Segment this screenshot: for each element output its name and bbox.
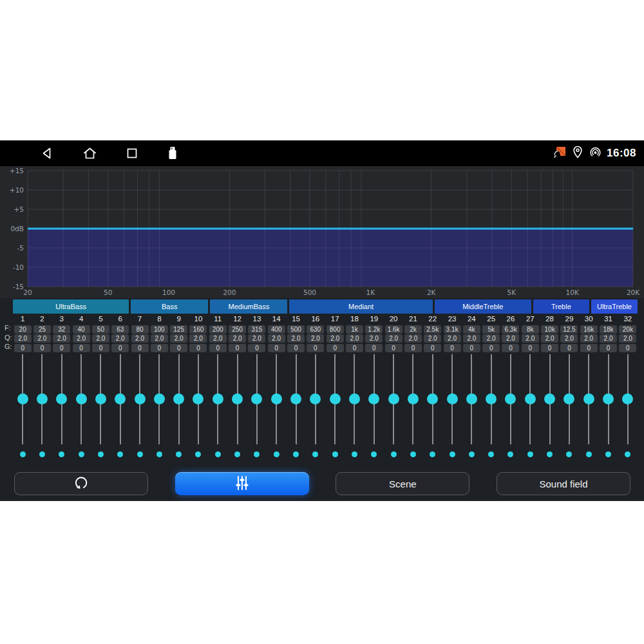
back-icon[interactable] <box>40 146 54 160</box>
gain-value: 0 <box>463 344 480 352</box>
eq-channel-5: 5502.00 <box>91 314 110 462</box>
equalizer-button[interactable] <box>175 472 309 495</box>
gain-slider[interactable] <box>71 354 91 444</box>
channel-number: 1 <box>21 314 24 324</box>
slider-knob[interactable] <box>486 393 497 404</box>
slider-knob[interactable] <box>56 393 67 404</box>
gain-slider[interactable] <box>189 354 208 444</box>
sound-field-button[interactable]: Sound field <box>497 472 630 495</box>
gain-slider[interactable] <box>13 354 32 444</box>
gain-value: 0 <box>33 344 51 352</box>
eq-channel-21: 212k2.00 <box>403 314 422 462</box>
gain-slider[interactable] <box>169 354 189 444</box>
gain-slider[interactable] <box>208 354 227 444</box>
gain-slider[interactable] <box>149 354 169 444</box>
tick-dot <box>430 451 435 457</box>
slider-knob[interactable] <box>213 393 223 404</box>
gain-slider[interactable] <box>423 354 442 444</box>
gain-slider[interactable] <box>325 354 345 444</box>
slider-knob[interactable] <box>115 393 126 404</box>
gain-slider[interactable] <box>267 354 286 444</box>
slider-knob[interactable] <box>447 393 458 404</box>
gain-value: 0 <box>189 344 207 352</box>
slider-knob[interactable] <box>349 393 360 404</box>
gain-slider[interactable] <box>247 354 267 444</box>
channel-number: 27 <box>526 314 535 324</box>
svg-text:+15: +15 <box>10 167 24 175</box>
slider-knob[interactable] <box>37 393 48 404</box>
gain-slider[interactable] <box>520 354 540 444</box>
freq-value: 4k <box>463 325 480 334</box>
reset-button[interactable] <box>14 472 148 495</box>
slider-knob[interactable] <box>17 393 28 404</box>
gain-slider[interactable] <box>462 354 481 444</box>
gain-slider[interactable] <box>482 354 501 444</box>
slider-knob[interactable] <box>193 393 204 404</box>
slider-knob[interactable] <box>290 393 301 404</box>
slider-knob[interactable] <box>622 393 633 404</box>
gain-slider[interactable] <box>501 354 520 444</box>
eq-channels: 1202.002252.003322.004402.005502.006632.… <box>13 314 638 462</box>
gain-slider[interactable] <box>365 354 384 444</box>
gain-slider[interactable] <box>403 354 422 444</box>
slider-knob[interactable] <box>251 393 262 404</box>
gain-slider[interactable] <box>384 354 403 444</box>
gain-slider[interactable] <box>598 354 618 444</box>
scene-button[interactable]: Scene <box>336 472 469 495</box>
slider-knob[interactable] <box>232 393 243 404</box>
gain-slider[interactable] <box>286 354 305 444</box>
freq-value: 20k <box>619 325 636 334</box>
gain-slider[interactable] <box>52 354 71 444</box>
slider-knob[interactable] <box>368 393 379 404</box>
slider-knob[interactable] <box>173 393 184 404</box>
slider-knob[interactable] <box>154 393 165 404</box>
channel-number: 9 <box>176 314 180 324</box>
gain-slider[interactable] <box>306 354 325 444</box>
slider-knob[interactable] <box>408 393 419 404</box>
slider-knob[interactable] <box>544 393 555 404</box>
gain-slider[interactable] <box>345 354 364 444</box>
gain-slider[interactable] <box>560 354 579 444</box>
tick-dot <box>293 451 299 457</box>
gain-slider[interactable] <box>32 354 52 444</box>
slider-knob[interactable] <box>271 393 282 404</box>
slider-knob[interactable] <box>76 393 87 404</box>
gain-slider[interactable] <box>111 354 130 444</box>
freq-value: 3.1k <box>444 325 461 334</box>
tick-dot <box>527 451 533 457</box>
tick-dot <box>274 451 279 457</box>
slider-knob[interactable] <box>330 393 341 404</box>
slider-knob[interactable] <box>310 393 321 404</box>
slider-knob[interactable] <box>427 393 438 404</box>
eq-channel-10: 101602.00 <box>189 314 208 462</box>
slider-knob[interactable] <box>525 393 536 404</box>
q-value: 2.0 <box>463 334 480 343</box>
gain-slider[interactable] <box>227 354 247 444</box>
q-value: 2.0 <box>287 334 305 343</box>
slider-knob[interactable] <box>505 393 516 404</box>
eq-channel-13: 133152.00 <box>247 314 267 462</box>
gain-slider[interactable] <box>130 354 149 444</box>
q-value: 2.0 <box>53 334 70 343</box>
channel-number: 8 <box>157 314 161 324</box>
slider-knob[interactable] <box>466 393 477 404</box>
gain-slider[interactable] <box>91 354 110 444</box>
freq-value: 250 <box>229 325 246 334</box>
row-labels: F: Q: G: <box>5 323 14 352</box>
slider-knob[interactable] <box>135 393 146 404</box>
gain-slider[interactable] <box>540 354 559 444</box>
freq-value: 25 <box>33 325 51 334</box>
slider-knob[interactable] <box>564 393 574 404</box>
slider-knob[interactable] <box>388 393 399 404</box>
gain-slider[interactable] <box>618 354 638 444</box>
recents-icon[interactable] <box>126 147 138 160</box>
slider-knob[interactable] <box>583 393 594 404</box>
slider-knob[interactable] <box>603 393 614 404</box>
q-value: 2.0 <box>404 334 422 343</box>
gain-slider[interactable] <box>442 354 462 444</box>
home-icon[interactable] <box>82 146 97 160</box>
slider-knob[interactable] <box>95 393 106 404</box>
gain-slider[interactable] <box>579 354 598 444</box>
freq-value: 500 <box>287 325 305 334</box>
equalizer-icon <box>232 475 252 493</box>
